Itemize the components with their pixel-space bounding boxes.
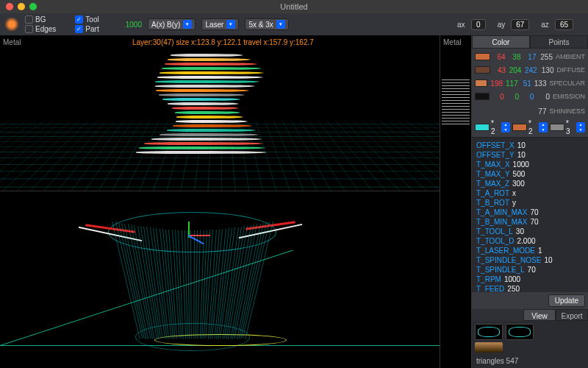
param-row[interactable]: T_SPINDLE_L70 (476, 265, 584, 275)
multiplier-stepper[interactable]: * 3▲▼ (550, 119, 585, 135)
param-row[interactable]: T_MAX_X1000 (476, 160, 584, 169)
chevron-updown-icon: ▾ (276, 20, 285, 29)
param-row[interactable]: T_LASER_MODE1 (476, 246, 584, 255)
alpha-value: 0 (537, 93, 550, 101)
checkbox-icon (25, 25, 33, 33)
param-row[interactable]: T_A_ROTx (476, 188, 584, 198)
part-checkbox[interactable]: ✓ Part (75, 25, 98, 33)
multiplier-value: * 3 (566, 119, 575, 135)
multiplier-stepper[interactable]: * 2▲▼ (512, 119, 548, 135)
param-row[interactable]: T_MAX_Z300 (476, 179, 584, 188)
thumbnail[interactable] (475, 324, 503, 340)
swatch-icon (512, 124, 527, 131)
material-row[interactable]: 43204242130DIFFUSE (475, 63, 585, 77)
alpha-value: 130 (540, 66, 554, 74)
az-input[interactable]: 65 (555, 19, 573, 30)
param-key: T_MAX_X (476, 160, 510, 169)
alpha-value: 255 (539, 53, 553, 61)
param-value: 10 (517, 141, 526, 150)
param-row[interactable]: T_RPM1000 (476, 275, 584, 284)
tab-export[interactable]: Export (556, 309, 588, 321)
update-button[interactable]: Update (548, 294, 585, 307)
param-value: 10 (517, 150, 526, 160)
stepper-icon: ▲▼ (576, 122, 585, 132)
wireframe-model (97, 206, 288, 361)
chevron-updown-icon: ▾ (226, 20, 235, 29)
param-row[interactable]: OFFSET_X10 (476, 141, 584, 150)
canvas-bottom (0, 191, 440, 368)
axes-select[interactable]: A(x) B(y) ▾ (148, 18, 196, 30)
param-key: T_LASER_MODE (476, 246, 535, 255)
material-row[interactable]: 643817255AMBIENT (475, 50, 585, 63)
toolbar: BG Edges ✓ Tool ✓ Part 1000 A(x) B(y) ▾ … (0, 13, 588, 35)
param-key: T_TOOL_L (476, 227, 513, 236)
red-value: 0 (492, 93, 504, 101)
green-value: 0 (507, 93, 519, 101)
param-key: T_B_ROT (476, 198, 509, 208)
param-value: 300 (512, 179, 525, 188)
stepper-icon: ▲▼ (539, 122, 548, 132)
edges-checkbox[interactable]: Edges (25, 25, 56, 33)
param-row[interactable]: T_MAX_Y500 (476, 169, 584, 179)
viewport-top[interactable]: Metal Layer:30(47) size x:123.8 y:122.1 … (0, 35, 440, 191)
export-tabs: View Export (472, 309, 588, 321)
blue-value: 17 (523, 53, 536, 61)
material-label: AMBIENT (556, 53, 585, 60)
param-row[interactable]: T_FEED250 (476, 284, 584, 292)
canvas-top (0, 35, 440, 191)
triangle-count: triangles 547 (472, 355, 588, 368)
param-row[interactable]: T_B_ROTy (476, 198, 584, 208)
blue-value: 0 (522, 93, 534, 101)
mult-select[interactable]: 5x & 3x ▾ (245, 18, 288, 30)
thumbnail[interactable] (475, 342, 503, 353)
viewport-bottom[interactable] (0, 191, 440, 368)
chevron-updown-icon: ▾ (183, 20, 192, 29)
multiplier-stepper[interactable]: * 2▲▼ (475, 119, 510, 135)
thumbnail[interactable] (506, 324, 534, 340)
param-key: OFFSET_X (476, 141, 514, 150)
material-row[interactable]: 0000EMISSION (475, 90, 585, 103)
param-value: 70 (530, 208, 538, 217)
param-key: T_A_ROT (476, 188, 509, 198)
bg-checkbox[interactable]: BG (25, 15, 56, 24)
multiplier-value: * 2 (528, 119, 537, 135)
tab-color[interactable]: Color (472, 35, 530, 49)
mode-select[interactable]: Laser ▾ (201, 18, 239, 30)
param-value: 70 (528, 265, 536, 275)
checkbox-icon: ✓ (75, 25, 83, 33)
material-row[interactable]: 19811751133SPECULAR (475, 77, 585, 90)
param-row[interactable]: T_B_MIN_MAX70 (476, 217, 584, 227)
param-value: 30 (516, 227, 524, 236)
swatch-icon (550, 124, 564, 131)
ay-input[interactable]: 67 (511, 19, 529, 30)
viewport-top-label: Metal (3, 38, 21, 46)
param-row[interactable]: T_A_MIN_MAX70 (476, 208, 584, 217)
alpha-value: 133 (534, 79, 547, 88)
bg-label: BG (35, 15, 46, 24)
tool-checkbox[interactable]: ✓ Tool (75, 15, 98, 24)
viewport-strip-label: Metal (443, 38, 461, 46)
param-key: T_SPINDLE_NOSE (476, 255, 541, 265)
checkbox-icon (25, 15, 33, 24)
viewport-strip[interactable]: Metal (440, 35, 472, 368)
tab-view[interactable]: View (523, 309, 556, 321)
viewport-top-info: Layer:30(47) size x:123.8 y:122.1 travel… (132, 38, 314, 46)
panel-tabs: Color Points (472, 35, 588, 49)
tab-points[interactable]: Points (530, 35, 588, 49)
green-value: 117 (506, 79, 518, 88)
param-value: 1000 (504, 275, 520, 284)
param-row[interactable]: T_TOOL_D2.000 (476, 236, 584, 246)
viewports: Metal Layer:30(47) size x:123.8 y:122.1 … (0, 35, 440, 368)
strip-lines (442, 79, 470, 127)
multiplier-value: * 2 (491, 119, 500, 135)
param-row[interactable]: T_SPINDLE_NOSE10 (476, 255, 584, 265)
green-value: 38 (509, 53, 521, 61)
part-label: Part (85, 25, 98, 33)
param-key: T_RPM (476, 275, 501, 284)
param-value: x (512, 188, 516, 198)
param-row[interactable]: OFFSET_Y10 (476, 150, 584, 160)
title-bar: Untitled (0, 0, 588, 13)
ax-input[interactable]: 0 (471, 19, 486, 30)
param-row[interactable]: T_TOOL_L30 (476, 227, 584, 236)
param-key: OFFSET_Y (476, 150, 514, 160)
